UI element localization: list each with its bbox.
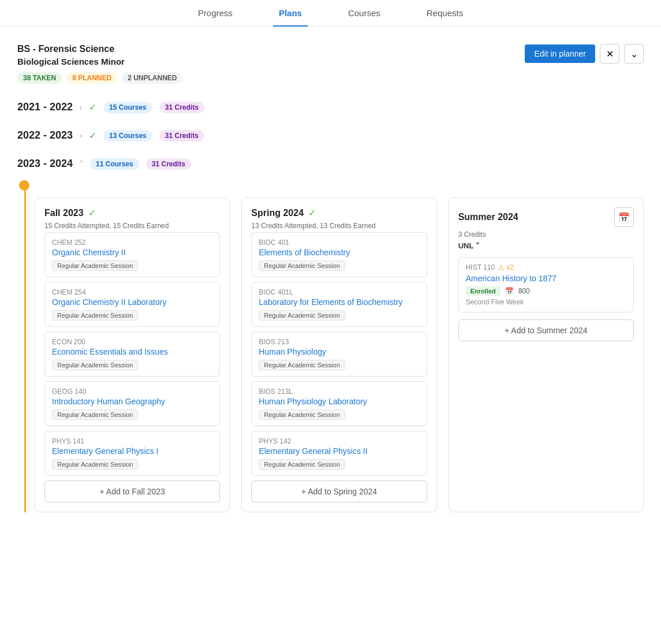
- semester-spring2024: Spring 2024 ✓ 13 Credits Attempted, 13 C…: [241, 198, 436, 512]
- tab-plans[interactable]: Plans: [273, 0, 308, 26]
- chevron-icon-2023: ˅: [80, 160, 83, 168]
- hist110-badges: Enrolled 📅 800: [466, 286, 626, 296]
- course-card-bioc401: BIOC 401 Elements of Biochemistry Regula…: [251, 232, 427, 277]
- session-bioc401: Regular Academic Session: [259, 260, 345, 271]
- year-label-2022: 2022 - 2023: [17, 129, 73, 142]
- unl-selector[interactable]: UNL ˅: [458, 241, 480, 250]
- planned-badge: 8 PLANNED: [66, 72, 117, 84]
- calendar-icon-button[interactable]: 📅: [614, 207, 634, 227]
- spring2024-title: Spring 2024: [251, 208, 304, 218]
- fall2023-credits-info: 15 Credits Attempted, 15 Credits Earned: [44, 222, 220, 230]
- unl-label: UNL: [458, 241, 474, 250]
- course-code-chem254: CHEM 254: [52, 288, 212, 296]
- add-to-summer2024-button[interactable]: + Add to Summer 2024: [458, 319, 634, 341]
- course-code-chem252: CHEM 252: [52, 239, 212, 247]
- course-code-econ200: ECON 200: [52, 338, 212, 346]
- fall2023-header: Fall 2023 ✓: [44, 207, 220, 218]
- enrolled-course-hist110: HIST 110 ⚠ x2 American History to 1877 E…: [458, 257, 634, 312]
- course-card-geog140: GEOG 140 Introductory Human Geography Re…: [44, 381, 220, 426]
- course-code-geog140: GEOG 140: [52, 388, 212, 396]
- plan-controls: Edit in planner ✕ ⌄: [525, 44, 644, 64]
- top-navigation: Progress Plans Courses Requests: [0, 0, 661, 27]
- unplanned-badge: 2 UNPLANNED: [122, 72, 182, 84]
- timeline-container: Fall 2023 ✓ 15 Credits Attempted, 15 Cre…: [0, 180, 661, 512]
- tab-courses[interactable]: Courses: [342, 0, 386, 26]
- session-chem254: Regular Academic Session: [52, 310, 138, 321]
- expand-button[interactable]: ⌄: [624, 44, 644, 64]
- credits-badge-2022: 31 Credits: [159, 130, 204, 142]
- add-to-spring2024-button[interactable]: + Add to Spring 2024: [251, 481, 427, 502]
- course-name-geog140[interactable]: Introductory Human Geography: [52, 397, 212, 406]
- course-name-phys141[interactable]: Elementary General Physics I: [52, 446, 212, 456]
- course-name-chem252[interactable]: Organic Chemistry II: [52, 248, 212, 257]
- spring2024-credits-info: 13 Credits Attempted, 13 Credits Earned: [251, 222, 427, 230]
- summer2024-credits-info: 3 Credits: [458, 230, 634, 239]
- session-phys141: Regular Academic Session: [52, 459, 138, 470]
- check-icon-2021: ✓: [89, 102, 96, 113]
- year-label-2021: 2021 - 2022: [17, 101, 73, 113]
- course-code-bioc401l: BIOC 401L: [259, 288, 419, 296]
- tab-requests[interactable]: Requests: [421, 0, 469, 26]
- course-name-bios213l[interactable]: Human Physiology Laboratory: [259, 397, 419, 406]
- spring2024-header: Spring 2024 ✓: [251, 207, 427, 218]
- course-name-bios213[interactable]: Human Physiology: [259, 347, 419, 356]
- course-card-chem254: CHEM 254 Organic Chemistry II Laboratory…: [44, 282, 220, 327]
- course-code-bioc401: BIOC 401: [259, 239, 419, 247]
- plan-badges: 38 TAKEN 8 PLANNED 2 UNPLANNED: [17, 72, 182, 84]
- semester-fall2023: Fall 2023 ✓ 15 Credits Attempted, 15 Cre…: [35, 198, 230, 512]
- plan-titles: BS - Forensic Science Biological Science…: [17, 44, 182, 84]
- hist110-header: HIST 110 ⚠ x2: [466, 263, 626, 271]
- courses-badge-2023: 11 Courses: [90, 158, 139, 170]
- year-row-2022[interactable]: 2022 - 2023 › ✓ 13 Courses 31 Credits: [17, 124, 644, 147]
- course-name-bioc401l[interactable]: Laboratory for Elements of Biochemistry: [259, 297, 419, 307]
- enrolled-status-badge: Enrolled: [466, 286, 501, 296]
- fall2023-check: ✓: [88, 207, 96, 218]
- credits-badge-2023: 31 Credits: [146, 158, 191, 170]
- unl-chevron-icon: ˅: [476, 241, 480, 250]
- degree-title: BS - Forensic Science: [17, 44, 182, 54]
- year-2023-2024: 2023 - 2024 ˅ 11 Courses 31 Credits: [0, 152, 661, 176]
- fall2023-title: Fall 2023: [44, 208, 84, 218]
- course-code-bios213: BIOS 213: [259, 338, 419, 346]
- taken-badge: 38 TAKEN: [17, 72, 62, 84]
- course-name-chem254[interactable]: Organic Chemistry II Laboratory: [52, 297, 212, 307]
- semesters-grid: Fall 2023 ✓ 15 Credits Attempted, 15 Cre…: [17, 180, 644, 512]
- courses-badge-2021: 15 Courses: [103, 102, 152, 113]
- hist110-name[interactable]: American History to 1877: [466, 274, 626, 283]
- capacity-text: 800: [518, 287, 530, 295]
- five-week-session: Second Five Week: [466, 298, 626, 306]
- edit-in-planner-button[interactable]: Edit in planner: [525, 44, 595, 63]
- timeline-line: [24, 180, 26, 512]
- tab-progress[interactable]: Progress: [192, 0, 238, 26]
- calendar-small-icon: 📅: [505, 287, 514, 295]
- course-card-chem252: CHEM 252 Organic Chemistry II Regular Ac…: [44, 232, 220, 277]
- year-2022-2023: 2022 - 2023 › ✓ 13 Courses 31 Credits: [0, 124, 661, 147]
- chevron-icon-2021: ›: [80, 103, 82, 111]
- summer2024-title: Summer 2024: [458, 212, 518, 222]
- course-name-bioc401[interactable]: Elements of Biochemistry: [259, 248, 419, 257]
- minor-title: Biological Sciences Minor: [17, 57, 182, 66]
- courses-badge-2022: 13 Courses: [103, 130, 152, 142]
- check-icon-2022: ✓: [89, 130, 96, 141]
- course-card-phys142: PHYS 142 Elementary General Physics II R…: [251, 431, 427, 476]
- course-card-econ200: ECON 200 Economic Essentials and Issues …: [44, 332, 220, 377]
- session-bios213l: Regular Academic Session: [259, 410, 345, 420]
- course-card-bios213l: BIOS 213L Human Physiology Laboratory Re…: [251, 381, 427, 426]
- course-name-phys142[interactable]: Elementary General Physics II: [259, 446, 419, 456]
- session-bioc401l: Regular Academic Session: [259, 310, 345, 321]
- chevron-icon-2022: ›: [80, 132, 82, 140]
- year-row-2021[interactable]: 2021 - 2022 › ✓ 15 Courses 31 Credits: [17, 95, 644, 119]
- course-card-bios213: BIOS 213 Human Physiology Regular Academ…: [251, 332, 427, 377]
- close-button[interactable]: ✕: [600, 44, 619, 64]
- course-code-phys142: PHYS 142: [259, 437, 419, 445]
- course-name-econ200[interactable]: Economic Essentials and Issues: [52, 347, 212, 356]
- plan-header: BS - Forensic Science Biological Science…: [0, 44, 661, 84]
- warning-icon: ⚠ x2: [498, 263, 514, 271]
- year-row-2023[interactable]: 2023 - 2024 ˅ 11 Courses 31 Credits: [17, 152, 644, 176]
- course-card-bioc401l: BIOC 401L Laboratory for Elements of Bio…: [251, 282, 427, 327]
- course-code-bios213l: BIOS 213L: [259, 388, 419, 396]
- add-to-fall2023-button[interactable]: + Add to Fall 2023: [44, 481, 220, 502]
- hist110-code: HIST 110: [466, 263, 495, 271]
- session-phys142: Regular Academic Session: [259, 459, 345, 470]
- course-card-phys141: PHYS 141 Elementary General Physics I Re…: [44, 431, 220, 476]
